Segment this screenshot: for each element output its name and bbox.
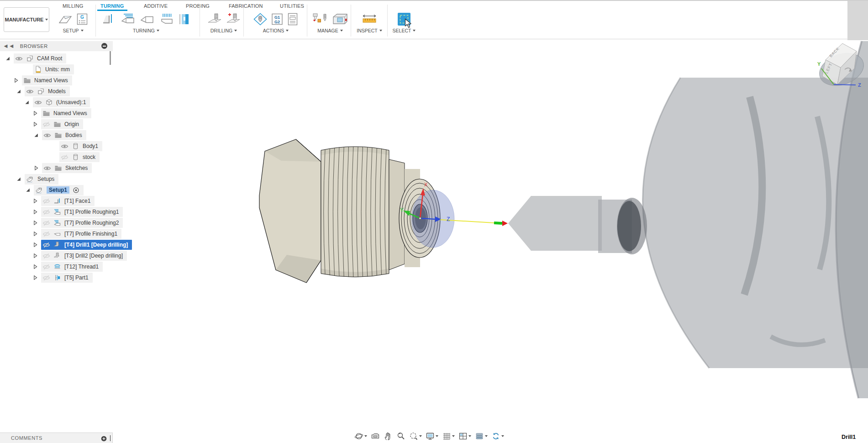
eye-off-icon[interactable] (42, 209, 50, 215)
browser-row-t7-profile-roughing2[interactable]: [T7] Profile Roughing2 (0, 217, 137, 228)
browser-row-t7-profile-finishing1[interactable]: [T7] Profile Finishing1 (0, 228, 137, 239)
eye-off-icon[interactable] (61, 154, 68, 160)
tree-item-box[interactable]: Named Views (41, 108, 91, 118)
browser-row-named-views[interactable]: Named Views (0, 75, 137, 86)
turn-face-button[interactable] (100, 12, 117, 26)
panel-minimize-icon[interactable] (101, 43, 107, 49)
browser-row-bodies[interactable]: Bodies (0, 130, 137, 141)
browser-row-t4-drill1-deep-drilling[interactable]: [T4] Drill1 [Deep drilling] (0, 239, 137, 250)
expander-open-icon[interactable] (26, 188, 30, 192)
group-label-inspect[interactable]: INSPECT (357, 28, 382, 33)
drill-new-button[interactable] (225, 12, 242, 26)
setup-sheet-doc-button[interactable] (286, 12, 299, 26)
comments-bar[interactable]: COMMENTS (0, 432, 113, 443)
add-comment-icon[interactable] (101, 435, 107, 443)
expander-open-icon[interactable] (34, 133, 38, 137)
expander-open-icon[interactable] (16, 89, 21, 94)
eye-on-icon[interactable] (43, 165, 51, 171)
nav-grids-and-snaps-button[interactable] (442, 432, 455, 441)
tree-item-box[interactable]: [T4] Drill1 [Deep drilling] (41, 240, 132, 250)
tree-item-box[interactable]: Origin (41, 119, 83, 129)
simulate-button[interactable] (253, 12, 268, 26)
nav-viewports-button[interactable] (458, 432, 471, 441)
expander-closed-icon[interactable] (33, 253, 37, 258)
expander-open-icon[interactable] (5, 56, 10, 61)
browser-row-unsaved-1[interactable]: (Unsaved):1 (0, 97, 137, 108)
nav-zoom-button[interactable] (396, 432, 405, 441)
browser-row-named-views[interactable]: Named Views (0, 108, 137, 119)
eye-on-icon[interactable] (43, 132, 51, 138)
nav-look-at-button[interactable] (371, 432, 380, 441)
expander-closed-icon[interactable] (33, 264, 37, 269)
group-label-actions[interactable]: ACTIONS (263, 28, 289, 33)
nav-refresh-button[interactable] (491, 432, 504, 441)
group-label-manage[interactable]: MANAGE (317, 28, 343, 33)
tree-item-box[interactable]: Body1 (59, 141, 102, 151)
expander-closed-icon[interactable] (33, 122, 37, 127)
expander-closed-icon[interactable] (34, 166, 38, 170)
eye-off-icon[interactable] (42, 121, 50, 127)
tree-item-box[interactable]: Models (25, 86, 70, 96)
expander-open-icon[interactable] (16, 177, 21, 181)
expander-closed-icon[interactable] (33, 275, 37, 280)
expander-closed-icon[interactable] (33, 221, 37, 225)
drill-tool[interactable] (508, 196, 602, 251)
browser-row-origin[interactable]: Origin (0, 119, 137, 130)
nav-orbit-button[interactable] (354, 432, 367, 441)
expander-open-icon[interactable] (25, 100, 29, 105)
group-label-turning[interactable]: TURNING (133, 28, 159, 33)
turn-profile-rough-button[interactable] (119, 12, 137, 26)
tree-item-box[interactable]: [T5] Part1 (41, 273, 93, 283)
browser-row-t1-profile-roughing1[interactable]: [T1] Profile Roughing1 (0, 206, 137, 217)
expander-closed-icon[interactable] (33, 111, 37, 116)
tab-additive[interactable]: ADDITIVE (141, 2, 171, 11)
tab-utilities[interactable]: UTILITIES (277, 2, 307, 11)
eye-on-icon[interactable] (61, 143, 68, 149)
tree-item-box[interactable]: [T1] Profile Roughing1 (41, 207, 123, 217)
expander-closed-icon[interactable] (33, 232, 37, 236)
tree-item-box[interactable]: Setups (25, 174, 58, 185)
expander-closed-icon[interactable] (33, 199, 37, 203)
nav-pan-button[interactable] (384, 432, 393, 441)
browser-row-models[interactable]: Models (0, 86, 137, 97)
browser-row-t5-part1[interactable]: [T5] Part1 (0, 272, 137, 283)
tree-item-box[interactable]: [T1] Face1 (41, 196, 95, 206)
browser-header[interactable]: ◄◄ BROWSER (0, 41, 113, 51)
nav-visual-style-button[interactable] (475, 432, 488, 441)
group-label-setup[interactable]: SETUP (63, 28, 83, 33)
tree-item-box[interactable]: Units: mm (33, 64, 74, 74)
tab-turning[interactable]: TURNING (97, 2, 127, 11)
nav-display-settings-button[interactable] (426, 432, 438, 441)
tree-item-box[interactable]: [T7] Profile Roughing2 (41, 218, 123, 228)
post-process-button[interactable]: G1G2 (270, 12, 284, 26)
turn-profile-button[interactable] (139, 12, 155, 26)
tree-item-box[interactable]: Sketches (42, 163, 92, 173)
browser-row-sketches[interactable]: Sketches (0, 163, 137, 174)
eye-on-icon[interactable] (26, 89, 34, 95)
eye-on-icon[interactable] (15, 56, 23, 62)
browser-scrollbar[interactable] (110, 51, 111, 65)
eye-off-icon[interactable] (42, 253, 50, 259)
tab-milling[interactable]: MILLING (59, 2, 86, 11)
browser-row-body1[interactable]: Body1 (0, 141, 137, 152)
tree-item-box[interactable]: [T7] Profile Finishing1 (41, 229, 121, 239)
browser-row-setup1[interactable]: Setup1 (0, 185, 137, 195)
tree-item-box[interactable]: [T12] Thread1 (41, 262, 103, 272)
machine-library-button[interactable] (331, 12, 349, 26)
setup-sheet-button[interactable] (58, 12, 73, 26)
drill-button[interactable] (206, 12, 223, 26)
expander-closed-icon[interactable] (33, 243, 37, 247)
eye-on-icon[interactable] (34, 100, 42, 105)
turn-groove-button[interactable] (158, 12, 175, 26)
turn-plunge-button[interactable] (177, 12, 192, 26)
browser-row-t12-thread1[interactable]: [T12] Thread1 (0, 261, 137, 272)
browser-row-setups[interactable]: Setups (0, 174, 137, 185)
eye-off-icon[interactable] (42, 264, 50, 270)
eye-off-icon[interactable] (42, 198, 50, 204)
collapse-panel-icon[interactable]: ◄◄ (3, 44, 15, 48)
tree-item-box[interactable]: (Unsaved):1 (33, 97, 90, 107)
group-label-drilling[interactable]: DRILLING (210, 28, 237, 33)
browser-row-t3-drill2-deep-drilling[interactable]: [T3] Drill2 [Deep drilling] (0, 250, 137, 261)
measure-button[interactable] (361, 12, 378, 26)
tree-item-box[interactable]: Setup1 (34, 185, 84, 195)
